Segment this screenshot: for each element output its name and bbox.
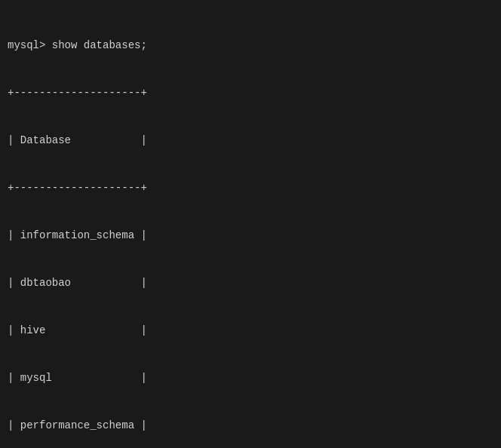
line-3: | Database | bbox=[8, 133, 493, 149]
line-7: | hive | bbox=[8, 323, 493, 339]
line-5: | information_schema | bbox=[8, 228, 493, 244]
line-9: | performance_schema | bbox=[8, 418, 493, 434]
terminal-window: mysql> show databases; +----------------… bbox=[0, 0, 501, 448]
line-2: +--------------------+ bbox=[8, 85, 493, 101]
line-1: mysql> show databases; bbox=[8, 38, 493, 54]
line-4: +--------------------+ bbox=[8, 180, 493, 196]
line-6: | dbtaobao | bbox=[8, 275, 493, 291]
line-8: | mysql | bbox=[8, 370, 493, 386]
